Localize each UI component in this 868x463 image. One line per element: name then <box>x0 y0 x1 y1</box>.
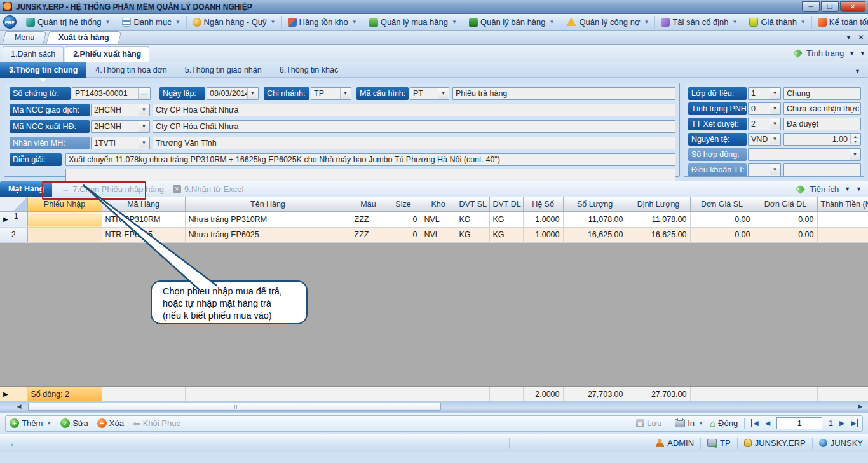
cell-don-gia-dl[interactable]: 0.00 <box>754 211 817 227</box>
dien-giai-line2-field[interactable] <box>65 169 675 181</box>
menu-item-quan-ly-ban-hang[interactable]: Quản lý bán hàng▼ <box>463 16 560 29</box>
cell-mau[interactable]: ZZZ <box>351 211 386 227</box>
chevron-down-icon[interactable]: ▼ <box>844 186 850 192</box>
tt-xet-duyet-desc[interactable]: Đã duyệt <box>783 118 861 130</box>
chevron-down-icon[interactable]: ▼ <box>850 149 860 160</box>
cell-he-so[interactable]: 1.0000 <box>523 211 563 227</box>
tab-thong-tin-chung[interactable]: 3.Thông tin chung <box>0 62 86 78</box>
row-selector-header[interactable] <box>0 197 27 211</box>
ellipsis-button[interactable]: ... <box>138 88 149 99</box>
row-selector[interactable]: ▶1 <box>0 211 27 227</box>
erp-logo[interactable]: ERP <box>3 15 17 29</box>
col-he-so[interactable]: Hệ Số <box>523 197 563 211</box>
dien-giai-field[interactable]: Xuất chuyển 11.078kg nhựa tráng PP310RM … <box>65 153 675 166</box>
col-dvt-dl[interactable]: ĐVT ĐL <box>489 197 523 211</box>
table-row[interactable]: 2 NTR-EP6025 Nhựa tráng EP6025 ZZZ 0 NVL… <box>0 227 868 242</box>
col-kho[interactable]: Kho <box>421 197 456 211</box>
first-page-icon[interactable]: ◀ <box>751 419 758 427</box>
chevron-down-icon[interactable]: ▼ <box>770 88 780 99</box>
cell-ten-hang[interactable]: Nhựa tráng EP6025 <box>185 227 351 242</box>
horizontal-scrollbar[interactable]: ◀ ▶ <box>0 401 868 412</box>
menu-item-quan-ly-mua-hang[interactable]: Quản lý mua hàng▼ <box>363 16 463 29</box>
so-chung-tu-field[interactable]: PT1403-00001... <box>72 87 151 100</box>
page-number-input[interactable] <box>776 417 822 429</box>
cell-kho[interactable]: NVL <box>421 211 456 227</box>
table-row[interactable]: ▶1 NTR-PP310RM Nhựa tráng PP310RM ZZZ 0 … <box>0 211 868 227</box>
khoi-phuc-button[interactable]: ⇦ Khôi Phục <box>133 418 180 429</box>
cell-dinh-luong[interactable]: 11,078.00 <box>627 211 690 227</box>
tab-thong-tin-khac[interactable]: 6.Thông tin khác <box>271 62 347 78</box>
chevron-down-icon[interactable]: ▼ <box>770 104 780 114</box>
restore-button[interactable]: ❐ <box>821 1 839 12</box>
tab-mat-hang[interactable]: Mặt Hàng <box>0 181 52 197</box>
tab-thong-tin-hoa-don[interactable]: 4.Thông tin hóa đơn <box>86 62 175 78</box>
col-thanh-tien[interactable]: Thành Tiền (N <box>817 197 868 211</box>
menu-item-tai-san-co-dinh[interactable]: Tài sản cố định▼ <box>654 16 743 29</box>
ma-ncc-giao-dich-desc[interactable]: Cty CP Hóa Chất Nhựa <box>153 104 675 116</box>
cell-dvt-sl[interactable]: KG <box>456 211 489 227</box>
cell-dvt-dl[interactable]: KG <box>489 227 523 242</box>
chevron-down-icon[interactable]: ▼ <box>46 420 51 426</box>
luu-button[interactable]: Lưu <box>636 418 661 428</box>
cell-ten-hang[interactable]: Nhựa tráng PP310RM <box>185 211 351 227</box>
so-hop-dong-combo[interactable]: ▼ <box>748 148 861 161</box>
col-dinh-luong[interactable]: Định Lượng <box>627 197 690 211</box>
xoa-button[interactable]: − Xóa <box>97 418 124 428</box>
dieu-khoan-tt-desc[interactable] <box>783 163 861 176</box>
cell-don-gia-sl[interactable]: 0.00 <box>690 227 754 242</box>
tab-xuat-tra-hang[interactable]: Xuất trả hàng <box>46 31 122 44</box>
minimize-button[interactable]: ─ <box>802 1 820 12</box>
cell-size[interactable]: 0 <box>386 227 421 242</box>
menu-item-quan-tri-he-thong[interactable]: Quản trị hệ thống▼ <box>20 16 116 29</box>
menu-item-gia-thanh[interactable]: Giá thành▼ <box>743 16 811 29</box>
tab-danh-sach[interactable]: 1.Danh sách <box>3 46 64 62</box>
tinh-trang-dropdown[interactable]: Tình trạng <box>806 48 844 58</box>
cell-ma-hang[interactable]: NTR-PP310RM <box>102 211 185 227</box>
chevron-down-icon[interactable]: ▼ <box>139 138 149 148</box>
col-mau[interactable]: Màu <box>351 197 386 211</box>
spinner-icon[interactable]: ▲▼ <box>850 134 860 144</box>
col-so-luong[interactable]: Số Lượng <box>563 197 627 211</box>
panel-collapse-icon[interactable]: ▼ <box>860 50 865 57</box>
chevron-down-icon[interactable]: ▼ <box>139 105 149 115</box>
close-tab-icon[interactable]: ✕ <box>858 33 864 42</box>
cell-dvt-sl[interactable]: KG <box>456 227 489 242</box>
cell-kho[interactable]: NVL <box>421 227 456 242</box>
ma-cau-hinh-combo[interactable]: PT▼ <box>410 87 449 100</box>
row-selector[interactable]: 2 <box>0 227 27 242</box>
cell-so-luong[interactable]: 16,625.00 <box>563 227 627 242</box>
cell-thanh-tien[interactable] <box>817 227 868 242</box>
dong-button[interactable]: ⌂ Đóng <box>710 418 738 428</box>
col-don-gia-dl[interactable]: Đơn Giá ĐL <box>754 197 817 211</box>
cell-don-gia-sl[interactable]: 0.00 <box>690 211 754 227</box>
cell-so-luong[interactable]: 11,078.00 <box>563 211 627 227</box>
menu-item-ke-toan-tong-hop[interactable]: Kế toán tổng hợp▼ <box>811 16 868 29</box>
tinh-trang-pnh-desc[interactable]: Chưa xác nhận thực r <box>783 102 861 115</box>
cell-phieu-nhap[interactable] <box>27 227 102 242</box>
chi-nhanh-combo[interactable]: TP▼ <box>311 87 351 100</box>
scroll-left-icon[interactable]: ◀ <box>14 403 24 411</box>
last-page-icon[interactable]: ▶ <box>851 419 858 427</box>
tinh-trang-pnh-combo[interactable]: 0▼ <box>748 102 781 115</box>
them-button[interactable]: + Thêm ▼ <box>10 418 51 428</box>
col-ma-hang[interactable]: Mã Hàng <box>102 197 185 211</box>
dieu-khoan-tt-combo[interactable]: ▼ <box>748 163 781 176</box>
chon-phieu-nhap-button[interactable]: → 7.Chọn Phiếu nhập hàng <box>61 184 164 194</box>
chevron-down-icon[interactable]: ▼ <box>247 88 257 99</box>
sua-button[interactable]: ✓ Sửa <box>60 418 88 428</box>
cell-mau[interactable]: ZZZ <box>351 227 386 242</box>
cell-don-gia-dl[interactable]: 0.00 <box>754 227 817 242</box>
in-button[interactable]: In ▼ <box>675 418 703 428</box>
nguyen-te-combo[interactable]: VND▼ <box>748 133 781 146</box>
menu-item-ngan-hang-quy[interactable]: Ngân hàng - Quỹ▼ <box>186 16 281 29</box>
cell-he-so[interactable]: 1.0000 <box>523 227 563 242</box>
tt-xet-duyet-combo[interactable]: 2▼ <box>748 118 781 130</box>
lop-du-lieu-desc[interactable]: Chung <box>783 87 861 100</box>
ngay-lap-field[interactable]: 08/03/2014▼ <box>207 87 259 100</box>
close-button[interactable]: ✕ <box>840 1 865 12</box>
menu-item-hang-ton-kho[interactable]: Hàng tồn kho▼ <box>281 16 363 29</box>
scroll-right-icon[interactable]: ▶ <box>855 403 865 411</box>
panel-collapse-icon[interactable]: ▼ <box>856 186 862 192</box>
chevron-down-icon[interactable]: ▼ <box>770 134 780 144</box>
chevron-down-icon[interactable]: ▼ <box>849 50 855 57</box>
